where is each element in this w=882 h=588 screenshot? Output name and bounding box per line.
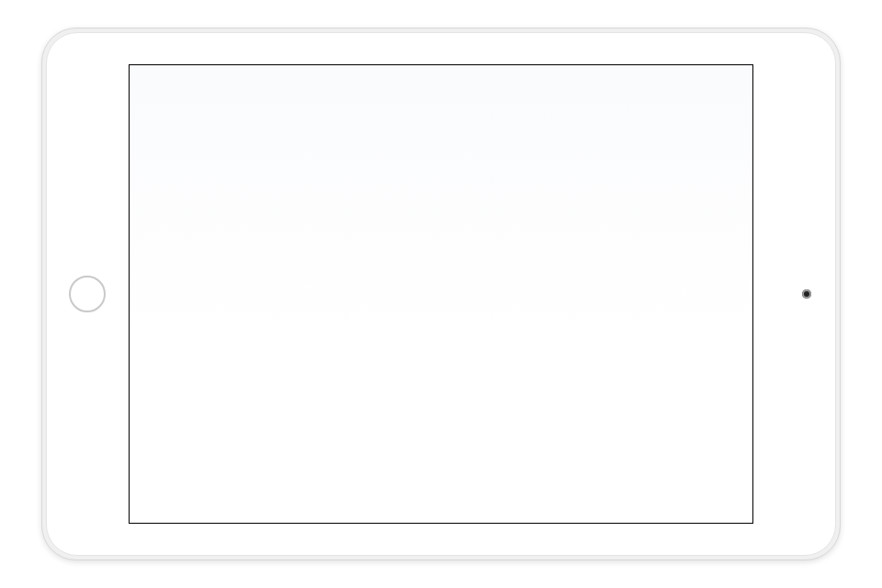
align-center-icon[interactable] <box>301 228 318 244</box>
para-track-record: We have strong competence and experience… <box>285 456 735 493</box>
app-screen: Wybierz działanie Zakładki (PL) Tekst (P… <box>129 64 753 524</box>
svg-text:2: 2 <box>365 234 367 239</box>
para-investors-a: More information on our recent efforts: <box>285 516 735 523</box>
heading-investors: Investors <box>285 497 735 515</box>
instructions-2: W celu podłączenia dokumentu, zaznacz te… <box>277 114 743 154</box>
svg-point-2 <box>384 232 386 234</box>
source-icon[interactable]: ◇ <box>649 228 665 244</box>
para-independence: We are partner-owned private equity mana… <box>285 407 735 432</box>
editor-content[interactable]: Focus We operate in the Eastern European… <box>279 247 741 523</box>
list-ordered-icon[interactable]: 12 <box>362 228 379 244</box>
sidebar-header: Wybierz działanie <box>139 71 271 93</box>
instructions-1: W celu dokonania zmiany, wpisz nowe dane… <box>277 93 743 107</box>
erase-icon[interactable] <box>606 228 623 244</box>
indent-icon[interactable] <box>417 228 434 244</box>
heading-independence: Independence <box>285 388 735 406</box>
tablet-inner: Wybierz działanie Zakładki (PL) Tekst (P… <box>46 32 836 556</box>
para-focus: We operate in the Eastern European count… <box>285 274 735 324</box>
combo-styles[interactable]: Styles▾ <box>390 207 446 223</box>
chevron-down-icon: ▾ <box>320 209 333 221</box>
editor-toolbar-2: 12 🔍 Ω ― 🔗 <box>279 226 741 247</box>
outdent-icon[interactable] <box>399 228 415 244</box>
align-right-icon[interactable] <box>320 228 336 244</box>
btn-bold[interactable]: B <box>526 207 542 223</box>
link-icon[interactable]: 🔗 <box>533 228 549 244</box>
image-icon[interactable] <box>441 228 458 244</box>
sidebar-item-zakladki-en[interactable]: Zakładki (EN) <box>139 153 271 175</box>
svg-rect-6 <box>463 232 472 240</box>
btn-italic[interactable]: I <box>544 207 560 223</box>
heading-focus: Focus <box>285 254 735 273</box>
home-button[interactable] <box>69 276 106 312</box>
btn-strike[interactable]: S <box>581 207 597 223</box>
tablet-frame: Wybierz działanie Zakładki (PL) Tekst (P… <box>41 28 841 560</box>
page-icon[interactable] <box>588 228 605 244</box>
sidebar-item-tekst-pl[interactable]: Tekst (PL) <box>139 119 271 141</box>
find-icon[interactable]: 🔍 <box>478 228 494 244</box>
char-icon[interactable]: Ω <box>496 228 513 244</box>
chevron-down-icon: ▾ <box>501 209 514 221</box>
btn-subscript[interactable]: x₂ <box>599 207 616 223</box>
table-icon[interactable] <box>459 228 476 244</box>
sidebar-item-tekst-en[interactable]: Tekst (EN) <box>139 177 271 199</box>
chevron-down-icon: ▾ <box>370 209 383 221</box>
main-panel: Edycja wybranej informacji W celu dokona… <box>277 65 752 523</box>
anchor-icon[interactable]: ⚓ <box>570 228 586 244</box>
list-unordered-icon[interactable] <box>380 228 397 244</box>
row-page-title: Tytuł strony: <box>277 161 743 185</box>
page-title: Edycja wybranej informacji <box>277 73 743 85</box>
align-left-icon[interactable] <box>283 228 300 244</box>
align-justify-icon[interactable] <box>338 228 355 244</box>
para-partnership: We built our credibility as valued partn… <box>285 347 735 385</box>
word-icon[interactable]: W <box>625 228 641 244</box>
sidebar-item-zakladki-pl[interactable]: Zakładki (PL) <box>139 95 271 117</box>
unlink-icon[interactable] <box>551 228 568 244</box>
sidebar: Wybierz działanie Zakładki (PL) Tekst (P… <box>130 65 277 523</box>
label-dane: Dane: <box>277 187 743 205</box>
svg-point-3 <box>384 236 386 238</box>
chevron-down-icon: ▾ <box>429 209 442 221</box>
editor: Fonts▾ Size▾ Styles▾ Headings▾ B I U S x… <box>277 205 743 523</box>
btn-underline[interactable]: U <box>562 207 579 223</box>
camera-dot <box>802 289 811 299</box>
heading-partnership: Partnership <box>285 328 735 346</box>
hr-icon[interactable]: ― <box>514 228 531 244</box>
editor-toolbar-1: Fonts▾ Size▾ Styles▾ Headings▾ B I U S x… <box>279 205 741 226</box>
combo-size[interactable]: Size▾ <box>339 207 388 223</box>
sidebar-gap <box>139 142 277 153</box>
label-page-title: Tytuł strony: <box>284 167 376 178</box>
combo-headings[interactable]: Headings▾ <box>448 207 518 223</box>
combo-fonts[interactable]: Fonts▾ <box>283 207 337 223</box>
input-page-title[interactable] <box>376 164 615 181</box>
btn-undo[interactable]: ↩ <box>617 207 634 223</box>
heading-track-record: Track record <box>285 436 735 455</box>
